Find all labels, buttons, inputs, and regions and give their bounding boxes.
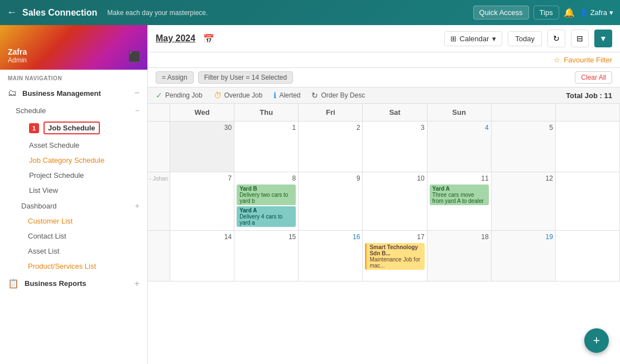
date-may8: 8	[237, 174, 296, 182]
clear-all-button[interactable]: Clear All	[575, 71, 612, 84]
product-services-label: Product/Services List	[28, 262, 96, 270]
total-job-count: Total Job : 11	[566, 91, 612, 100]
cal-cell-may16[interactable]: 16	[299, 231, 363, 281]
total-job-number: 11	[604, 91, 612, 100]
order-by-desc-status: ↻ Order By Desc	[311, 91, 365, 100]
cal-cell-may8[interactable]: 8 Yard B Delivery two cars to yard b Yar…	[234, 172, 299, 230]
user-avatar-icon: 👤	[579, 8, 588, 17]
date-may15: 15	[237, 233, 296, 241]
project-schedule-label: Project Schedule	[29, 171, 84, 179]
quick-access-button[interactable]: Quick Access	[473, 6, 529, 20]
contact-list-label: Contact List	[28, 232, 66, 240]
date-may17: 17	[365, 233, 424, 241]
cal-cell-may12[interactable]: 12	[492, 172, 556, 230]
sidebar-item-business-management[interactable]: 🗂 Business Management −	[0, 84, 147, 103]
filter-tag-assign[interactable]: = Assign	[156, 71, 194, 84]
main-layout: Zafra Admin ⬛ MAIN NAVIGATION 🗂 Business…	[0, 25, 620, 364]
calendar-date-picker-icon[interactable]: 📅	[201, 32, 217, 45]
favourite-filter-button[interactable]: ☆ Favourite Filter	[554, 56, 612, 64]
col-header-sat: Sat	[363, 104, 427, 121]
calendar-title[interactable]: May 2024	[156, 33, 195, 43]
sidebar-user-header: Zafra Admin ⬛	[0, 25, 147, 70]
cal-cell-may18[interactable]: 18	[427, 231, 492, 281]
alerted-status: ℹ Alerted	[273, 91, 300, 100]
tips-button[interactable]: Tips	[534, 6, 559, 20]
sidebar-item-job-schedule[interactable]: 1 Job Schedule	[8, 118, 147, 138]
today-button[interactable]: Today	[508, 31, 542, 46]
date-may18: 18	[430, 233, 489, 241]
cal-cell-may19[interactable]: 19	[492, 231, 556, 281]
sidebar-item-business-reports[interactable]: 📋 Business Reports +	[0, 274, 147, 293]
sidebar-item-job-category-schedule[interactable]: Job Category Schedule	[8, 153, 147, 168]
sidebar-item-contact-list[interactable]: Contact List	[0, 229, 147, 244]
date-may19: 19	[494, 233, 553, 241]
sidebar-item-asset-schedule[interactable]: Asset Schedule	[8, 138, 147, 153]
event-smart-tech[interactable]: Smart Technology Sdn B... Maintenance Jo…	[365, 243, 424, 270]
calendar-grid: Wed Thu Fri Sat Sun 30 1	[148, 104, 620, 364]
cal-cell-may14[interactable]: 14	[170, 231, 234, 281]
date-may7: 7	[172, 174, 232, 182]
asset-schedule-label: Asset Schedule	[29, 141, 79, 149]
app-tagline: Make each day your masterpiece.	[107, 9, 467, 17]
filter-tag-user[interactable]: Filter by User = 14 Selected	[198, 71, 293, 84]
calendar-view-button[interactable]: ⊞ Calendar ▾	[444, 31, 503, 46]
event-yard-a-1-desc: Delivery 4 cars to yard a	[239, 213, 293, 226]
event-yard-b[interactable]: Yard B Delivery two cars to yard b	[237, 185, 296, 205]
cal-cell-may3[interactable]: 3	[363, 122, 427, 172]
notification-icon[interactable]: 🔔	[564, 7, 575, 18]
add-fab-button[interactable]: +	[584, 328, 609, 353]
cal-cell-may1[interactable]: 1	[234, 122, 299, 172]
week-col-header	[148, 104, 170, 121]
overdue-job-label: Overdue Job	[224, 91, 263, 99]
cal-cell-may10[interactable]: 10	[363, 172, 427, 230]
schedule-collapse-icon: −	[135, 106, 140, 115]
sidebar-item-project-schedule[interactable]: Project Schedule	[8, 168, 147, 183]
calendar-toolbar: May 2024 📅 ⊞ Calendar ▾ Today ↻ ⊟ ▼	[148, 25, 620, 52]
grid-view-button[interactable]: ⊟	[571, 30, 589, 47]
logout-icon[interactable]: ⬛	[128, 51, 141, 63]
week-num-3	[148, 231, 170, 281]
business-management-label: Business Management	[22, 89, 134, 98]
date-may10: 10	[365, 174, 424, 182]
reports-icon: 📋	[8, 278, 19, 289]
total-job-label: Total Job :	[566, 91, 602, 100]
nav-section-label: MAIN NAVIGATION	[0, 70, 147, 84]
cal-cell-may5[interactable]: 5	[492, 122, 556, 172]
sidebar-item-product-services-list[interactable]: Product/Services List	[0, 259, 147, 274]
business-reports-label: Business Reports	[25, 279, 134, 288]
cal-cell-may9[interactable]: 9	[299, 172, 363, 230]
user-menu-button[interactable]: 👤 Zafra ▾	[579, 8, 613, 17]
dashboard-expand-icon: +	[135, 201, 140, 210]
sidebar-item-asset-list[interactable]: Asset List	[0, 244, 147, 259]
filter-button[interactable]: ▼	[594, 30, 612, 47]
cal-cell-may2[interactable]: 2	[299, 122, 363, 172]
refresh-button[interactable]: ↻	[547, 30, 565, 47]
event-yard-a-1[interactable]: Yard A Delivery 4 cars to yard a	[237, 206, 296, 227]
cal-cell-may15[interactable]: 15	[234, 231, 299, 281]
overdue-job-icon: ⏱	[214, 91, 222, 100]
col-header-overflow2	[556, 104, 620, 121]
cal-cell-may7[interactable]: 7	[170, 172, 234, 230]
event-yard-a-1-title: Yard A	[239, 207, 293, 213]
alerted-icon: ℹ	[273, 91, 276, 100]
event-yard-a-2-desc: Three cars move from yard A to dealer	[432, 192, 486, 204]
schedule-subgroup: Schedule − 1 Job Schedule Asset Schedule…	[0, 103, 147, 198]
date-apr30: 30	[172, 124, 232, 132]
header-right: Quick Access Tips 🔔 👤 Zafra ▾	[473, 6, 613, 20]
calendar-view-label: Calendar	[460, 35, 489, 43]
date-may5: 5	[494, 124, 553, 132]
cal-cell-may4[interactable]: 4	[427, 122, 492, 172]
event-yard-a-2-title: Yard A	[432, 186, 486, 192]
cal-cell-may17[interactable]: 17 Smart Technology Sdn B... Maintenance…	[363, 231, 427, 281]
event-yard-a-2[interactable]: Yard A Three cars move from yard A to de…	[430, 185, 489, 205]
sidebar-item-customer-list[interactable]: Customer List	[0, 213, 147, 229]
cal-cell-apr30[interactable]: 30	[170, 122, 234, 172]
event-yard-b-title: Yard B	[239, 186, 293, 192]
sidebar-item-list-view[interactable]: List View	[8, 183, 147, 198]
col-header-fri: Fri	[299, 104, 363, 121]
week-num-2: - Johan	[148, 172, 170, 230]
schedule-header[interactable]: Schedule −	[8, 103, 147, 118]
dashboard-header[interactable]: Dashboard +	[0, 198, 147, 213]
cal-cell-may11[interactable]: 11 Yard A Three cars move from yard A to…	[427, 172, 492, 230]
back-icon[interactable]: ←	[7, 7, 17, 18]
